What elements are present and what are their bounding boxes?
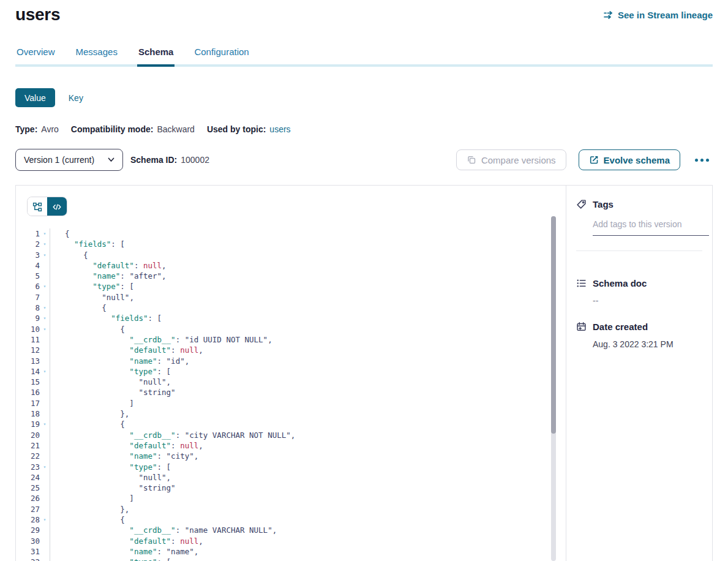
line-number: 20 (16, 430, 40, 440)
code-line: 20 "__crdb__": "city VARCHAR NOT NULL", (16, 430, 554, 440)
code-brackets-icon (52, 202, 62, 212)
collapse-arrow-icon[interactable]: ▾ (40, 324, 50, 334)
code-text: "string" (50, 483, 176, 493)
code-text: "null", (50, 472, 171, 483)
value-toggle-button[interactable]: Value (15, 88, 55, 107)
collapse-arrow-icon[interactable]: ▾ (40, 281, 50, 292)
collapse-arrow-icon[interactable]: ▾ (40, 514, 50, 525)
evolve-schema-button[interactable]: Evolve schema (579, 149, 680, 170)
code-text: }, (50, 504, 129, 514)
meta-type-label: Type: (15, 124, 37, 134)
meta-compatibility-label: Compatibility mode: (71, 124, 154, 134)
line-number: 24 (16, 472, 40, 483)
compare-versions-button[interactable]: Compare versions (456, 149, 566, 170)
more-options-button[interactable] (691, 155, 713, 165)
code-text: "default": null, (50, 440, 203, 451)
view-mode-toggle (27, 197, 67, 216)
code-text: "default": null, (50, 536, 203, 546)
code-text: "default": null, (50, 260, 167, 271)
collapse-arrow-icon[interactable]: ▾ (40, 462, 50, 472)
code-line: 8▾ { (16, 303, 554, 313)
line-number: 1 (16, 228, 40, 239)
code-text: ] (50, 493, 134, 503)
schema-sidebar: Tags (566, 186, 712, 561)
tree-hierarchy-icon (32, 202, 42, 212)
line-number: 13 (16, 356, 40, 366)
code-text: "null", (50, 377, 171, 387)
line-number: 32 (16, 557, 40, 561)
schema-id: Schema ID: 100002 (130, 155, 209, 165)
evolve-schema-label: Evolve schema (604, 155, 670, 165)
code-line: 11 "__crdb__": "id UUID NOT NULL", (16, 334, 554, 345)
tab-overview[interactable]: Overview (15, 47, 56, 67)
code-line: 26 ] (16, 493, 554, 503)
code-view-button[interactable] (47, 197, 67, 216)
line-number: 15 (16, 377, 40, 387)
topic-link[interactable]: users (269, 124, 290, 134)
line-number: 28 (16, 514, 40, 525)
code-text: "fields": [ (50, 313, 162, 323)
code-line: 1▾{ (16, 228, 554, 239)
edit-icon (589, 155, 599, 165)
meta-compatibility: Compatibility mode: Backward (71, 124, 195, 134)
calendar-plus-icon (576, 322, 587, 332)
line-number: 27 (16, 504, 40, 514)
line-number: 18 (16, 409, 40, 419)
line-number: 19 (16, 419, 40, 429)
line-number: 4 (16, 260, 40, 271)
schema-id-label: Schema ID: (130, 155, 177, 165)
code-text: { (50, 324, 125, 334)
collapse-arrow-icon[interactable]: ▾ (40, 250, 50, 260)
code-line: 31 "name": "name", (16, 546, 554, 557)
line-number: 5 (16, 271, 40, 281)
code-line: 30 "default": null, (16, 536, 554, 546)
tab-schema[interactable]: Schema (137, 47, 175, 67)
code-scrollbar[interactable] (551, 216, 556, 561)
tree-view-button[interactable] (28, 197, 47, 216)
code-line: 15 "null", (16, 377, 554, 387)
tag-icon (576, 199, 587, 209)
tab-messages[interactable]: Messages (75, 47, 119, 67)
code-line: 23▾ "type": [ (16, 462, 554, 472)
tags-section: Tags (576, 199, 702, 251)
code-line: 22 "name": "city", (16, 451, 554, 461)
key-toggle-button[interactable]: Key (64, 88, 88, 107)
version-select[interactable]: Version 1 (current) (15, 149, 123, 171)
line-number: 3 (16, 250, 40, 260)
code-line: 17 ] (16, 398, 554, 409)
code-text: "type": [ (50, 366, 171, 377)
code-line: 32▾ "type": [ (16, 557, 554, 561)
code-line: 19▾ { (16, 419, 554, 429)
collapse-arrow-icon[interactable]: ▾ (40, 239, 50, 249)
chevron-down-icon (108, 157, 114, 162)
code-line: 18 }, (16, 409, 554, 419)
code-lines: 1▾{2▾ "fields": [3▾ {4 "default": null,5… (16, 228, 554, 561)
schema-doc-section: Schema doc -- (576, 278, 702, 306)
see-in-stream-lineage-link[interactable]: See in Stream lineage (603, 10, 713, 20)
code-text: "type": [ (50, 557, 171, 561)
line-number: 2 (16, 239, 40, 249)
collapse-arrow-icon[interactable]: ▾ (40, 366, 50, 377)
code-line: 13 "name": "id", (16, 356, 554, 366)
code-text: { (50, 419, 125, 429)
collapse-arrow-icon[interactable]: ▾ (40, 303, 50, 313)
code-line: 25 "string" (16, 483, 554, 493)
schema-id-value: 100002 (181, 155, 209, 165)
collapse-arrow-icon[interactable]: ▾ (40, 228, 50, 239)
schema-meta-row: Type: Avro Compatibility mode: Backward … (15, 124, 713, 134)
collapse-arrow-icon[interactable]: ▾ (40, 419, 50, 429)
meta-used-by-topic: Used by topic: users (207, 124, 291, 134)
scrollbar-thumb[interactable] (551, 216, 556, 434)
collapse-arrow-icon[interactable]: ▾ (40, 313, 50, 323)
code-line: 10▾ { (16, 324, 554, 334)
tags-title: Tags (593, 199, 614, 209)
code-text: "__crdb__": "name VARCHAR NULL", (50, 525, 277, 535)
code-text: ] (50, 398, 134, 409)
add-tags-input[interactable] (593, 219, 709, 236)
collapse-arrow-icon[interactable]: ▾ (40, 557, 50, 561)
tab-bar: Overview Messages Schema Configuration (15, 47, 713, 67)
code-text: "type": [ (50, 281, 134, 292)
tab-configuration[interactable]: Configuration (193, 47, 250, 67)
line-number: 6 (16, 281, 40, 292)
line-number: 23 (16, 462, 40, 472)
